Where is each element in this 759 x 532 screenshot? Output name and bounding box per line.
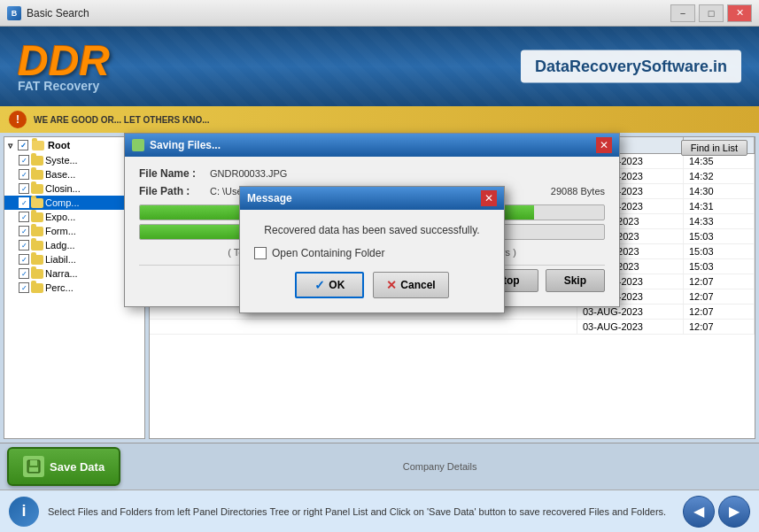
svg-rect-1 [30, 460, 37, 466]
folder-icon-7 [31, 255, 43, 265]
item-checkbox-2[interactable] [19, 183, 29, 194]
item-label-5: Form... [45, 226, 76, 236]
saving-dialog-title: Saving Files... [150, 139, 221, 151]
footer-file-label: Company Details [128, 461, 752, 472]
bottom-action-bar: Save Data Company Details [0, 443, 759, 490]
root-folder-icon [32, 141, 44, 150]
folder-icon-6 [31, 241, 43, 251]
folder-icon-9 [31, 283, 43, 293]
title-bar: B Basic Search − □ ✕ [0, 0, 759, 27]
warning-icon: ! [9, 111, 27, 128]
message-dialog-titlebar: Message ✕ [240, 187, 504, 210]
logo-ddr: DDR [18, 40, 110, 82]
open-folder-checkbox[interactable] [254, 247, 267, 259]
table-cell-time: 14:30 [684, 184, 755, 198]
folder-icon-0 [31, 156, 43, 166]
info-icon: i [9, 497, 39, 527]
app-icon: B [7, 6, 21, 20]
file-name-value: GNDR00033.JPG [210, 168, 287, 179]
message-text: Recovered data has been saved successful… [254, 224, 490, 236]
item-checkbox-7[interactable] [19, 254, 29, 265]
item-label-2: Closin... [45, 183, 81, 194]
file-path-label: File Path : [139, 185, 210, 197]
table-cell-time: 14:31 [684, 199, 755, 213]
warning-bar: ! WE ARE GOOD OR... LET OTHERS KNO... [0, 106, 759, 133]
folder-icon-4 [31, 212, 43, 222]
cancel-label: Cancel [400, 279, 435, 291]
save-data-label: Save Data [50, 460, 105, 474]
file-size-value: 29088 Bytes [551, 186, 605, 197]
close-button[interactable]: ✕ [727, 4, 752, 22]
title-bar-left: B Basic Search [7, 6, 89, 20]
message-actions: ✓ OK ✕ Cancel [254, 272, 490, 298]
item-checkbox-8[interactable] [19, 268, 29, 279]
item-checkbox-6[interactable] [19, 240, 29, 251]
table-cell-name [150, 320, 577, 334]
message-dialog-close-button[interactable]: ✕ [481, 190, 497, 206]
main-window: B Basic Search − □ ✕ DDR FAT Recovery Da… [0, 0, 759, 532]
maximize-button[interactable]: □ [699, 4, 724, 22]
file-name-label: File Name : [139, 167, 210, 180]
table-cell-time: 12:07 [684, 320, 755, 334]
folder-icon-2 [31, 184, 43, 194]
table-cell-time: 12:07 [684, 274, 755, 289]
title-bar-controls: − □ ✕ [670, 4, 752, 22]
back-button[interactable]: ◀ [683, 496, 715, 528]
saving-dialog-close-button[interactable]: ✕ [596, 137, 612, 153]
item-checkbox-1[interactable] [19, 169, 29, 180]
ok-label: OK [329, 279, 345, 291]
item-label-1: Base... [45, 169, 75, 180]
expand-arrow: ▿ [8, 141, 12, 150]
ok-button[interactable]: ✓ OK [295, 272, 364, 298]
item-label-6: Ladg... [45, 240, 75, 251]
ok-checkmark-icon: ✓ [314, 278, 325, 292]
checkbox-row: Open Containing Folder [254, 247, 490, 259]
logo-area: DDR FAT Recovery [18, 40, 110, 93]
table-cell-time: 15:03 [684, 244, 755, 258]
item-checkbox-9[interactable] [19, 282, 29, 293]
saving-dialog-titlebar: Saving Files... ✕ [125, 134, 619, 157]
item-checkbox-4[interactable] [19, 212, 29, 222]
item-label-0: Syste... [45, 155, 78, 166]
message-dialog: Message ✕ Recovered data has been saved … [239, 186, 505, 313]
message-dialog-content: Recovered data has been saved successful… [240, 210, 504, 312]
table-cell-time: 14:33 [684, 214, 755, 228]
table-cell-time: 14:32 [684, 169, 755, 183]
root-label: Root [48, 140, 70, 150]
item-label-4: Expo... [45, 212, 75, 222]
warning-text: WE ARE GOOD OR... LET OTHERS KNO... [34, 115, 210, 125]
root-checkbox[interactable] [18, 140, 28, 150]
table-cell-time: 14:35 [684, 154, 755, 168]
item-label-8: Narra... [45, 268, 78, 279]
table-cell-time: 15:03 [684, 229, 755, 243]
svg-rect-2 [29, 467, 38, 472]
save-icon [23, 456, 44, 477]
item-checkbox-5[interactable] [19, 226, 29, 236]
window-title: Basic Search [27, 7, 89, 19]
skip-button[interactable]: Skip [546, 269, 605, 292]
table-cell-date: 03-AUG-2023 [577, 320, 684, 334]
item-checkbox-0[interactable] [19, 155, 29, 166]
table-cell-time: 15:03 [684, 259, 755, 274]
minimize-button[interactable]: − [670, 4, 695, 22]
item-checkbox-3[interactable] [19, 197, 29, 208]
find-in-list-button[interactable]: Find in List [681, 140, 747, 156]
folder-icon-3 [31, 198, 43, 208]
save-data-button[interactable]: Save Data [7, 447, 120, 486]
cancel-button[interactable]: ✕ Cancel [373, 272, 448, 298]
folder-icon-5 [31, 227, 43, 236]
table-cell-time: 12:07 [684, 305, 755, 319]
status-text: Select Files and Folders from left Panel… [48, 506, 674, 517]
nav-buttons: ◀ ▶ [683, 496, 750, 528]
status-bar: i Select Files and Folders from left Pan… [0, 490, 759, 532]
table-row[interactable]: 03-AUG-2023 12:07 [150, 320, 755, 335]
item-label-9: Perc... [45, 282, 74, 293]
open-folder-label: Open Containing Folder [272, 247, 384, 259]
folder-icon-1 [31, 170, 43, 180]
content-area: ! WE ARE GOOD OR... LET OTHERS KNO... ▿ … [0, 106, 759, 490]
item-label-7: Liabil... [45, 254, 76, 265]
message-dialog-title: Message [247, 192, 292, 204]
brand-text: DataRecoverySoftware.in [535, 58, 727, 75]
forward-button[interactable]: ▶ [718, 496, 750, 528]
item-label-3: Comp... [45, 197, 80, 208]
